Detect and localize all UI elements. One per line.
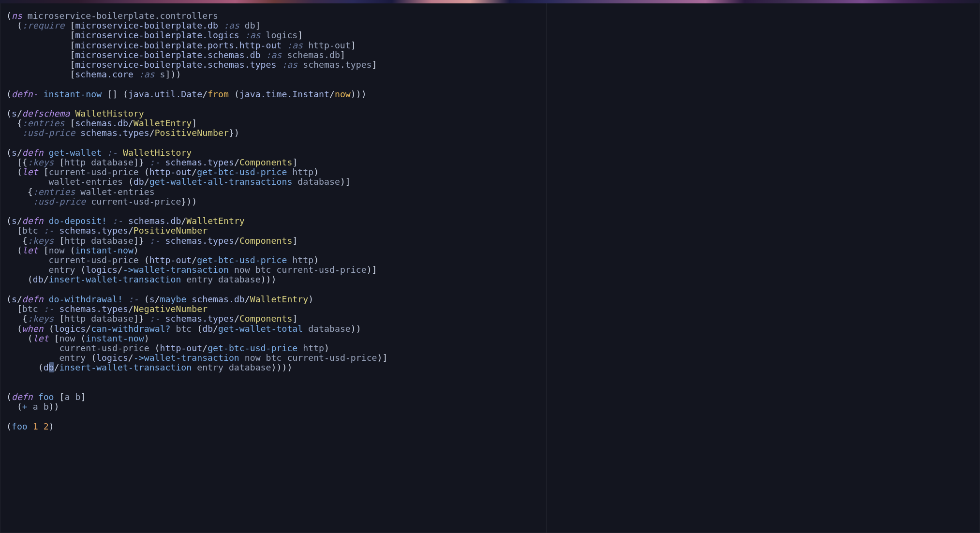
left-editor-pane[interactable]: (ns microservice-boilerplate.controllers… xyxy=(0,3,547,533)
code-content[interactable]: (ns microservice-boilerplate.controllers… xyxy=(0,3,546,435)
cursor: b xyxy=(49,362,54,372)
editor-split: (ns microservice-boilerplate.controllers… xyxy=(0,3,980,533)
right-editor-pane[interactable] xyxy=(547,3,980,533)
window-top-accent xyxy=(0,0,980,3)
